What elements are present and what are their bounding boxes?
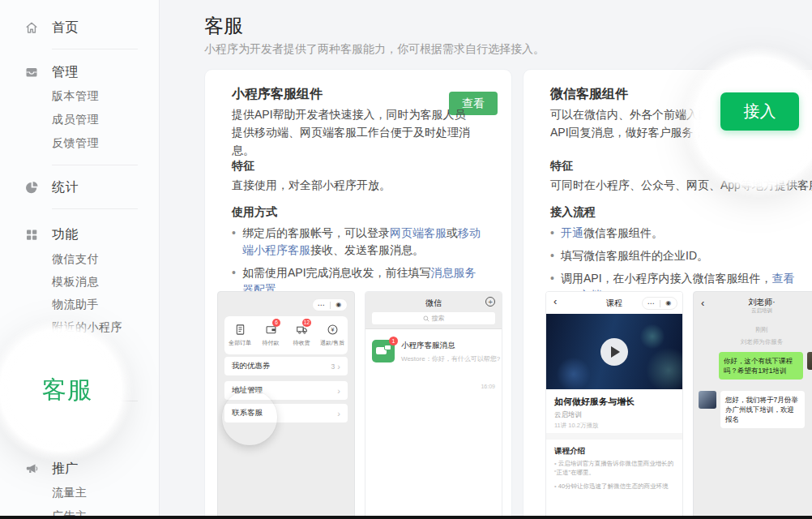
sidebar-item-label: 推广 [52, 461, 79, 478]
sidebar-item-manage[interactable]: 管理 [0, 62, 160, 82]
chevron-right-icon: › [337, 387, 340, 395]
feature-heading: 特征 [550, 159, 573, 174]
usage-text: 如需使用API完成消息收发，前往填写 [242, 266, 431, 279]
course-intro-bullet: 40分钟让你迅速了解微信生态的商业环境 [554, 482, 676, 491]
search-icon [423, 315, 430, 322]
sidebar-item-traffic-owner[interactable]: 流量主 [52, 486, 88, 500]
sidebar-item-member-manage[interactable]: 成员管理 [52, 113, 99, 127]
unread-badge: 1 [389, 337, 398, 345]
flow-item: 填写微信客服组件的企业ID。 [550, 247, 803, 264]
flow-heading: 接入流程 [550, 205, 596, 220]
row-value: 3 [331, 362, 335, 371]
mockup-course-page: ‹ 课程 ⋯ ◉ 如何做好服务与增长 云启培训 11讲 10.2万播放 课程介绍… [545, 291, 683, 519]
card-miniprogram-service: 小程序客服组件 查看 提供API帮助开发者快速接入，同时为客服人员提供移动端、网… [204, 69, 512, 519]
sidebar-item-template-message[interactable]: 模板消息 [52, 275, 99, 290]
chat-preview: Westore：你好，有什么可以帮您? [401, 354, 500, 363]
card-description: 提供API帮助开发者快速接入，同时为客服人员提供移动端、网页端客服工作台便于及时… [232, 105, 477, 159]
time-label: 刚刚 [694, 326, 812, 334]
capsule-buttons: ⋯ ◉ [642, 297, 677, 310]
sidebar-item-label: 功能 [52, 226, 79, 243]
message-bubble: 你好，这个有线下课程吗？希望有1对1培训 [719, 352, 803, 380]
sidebar-item-features[interactable]: 功能 [0, 225, 160, 244]
sidebar-divider [52, 208, 138, 209]
card-title: 小程序客服组件 [232, 86, 323, 103]
grid-icon [24, 227, 39, 242]
video-title: 如何做好服务与增长 [554, 396, 635, 408]
feature-text: 直接使用，对全部小程序开放。 [232, 178, 391, 193]
user-avatar [807, 352, 812, 370]
screenshot-row: ⋯ ◉ 全部订单 6 待付款 12 [217, 291, 502, 519]
search-placeholder: 搜索 [432, 314, 445, 323]
video-provider: 云启培训 [554, 410, 582, 420]
menu-label: 待收货 [293, 339, 310, 347]
sidebar-item-version-manage[interactable]: 版本管理 [52, 89, 99, 104]
order-menu: 全部订单 6 待付款 12 待收货 ¥ 退款/售后 [224, 316, 348, 354]
usage-text: 接收、发送客服消息。 [310, 243, 424, 256]
chat-time: 16:09 [481, 384, 495, 389]
sidebar-item-label: 首页 [52, 19, 79, 36]
chat-texts: 小程序客服消息 Westore：你好，有什么可以帮您? [401, 340, 500, 362]
page-subtitle: 小程序为开发者提供了两种客服能力，你可根据需求自行选择接入。 [204, 42, 545, 57]
menu-to-receive: 12 待收货 [286, 316, 317, 354]
row-label: 地址管理 [232, 385, 263, 396]
agent-name: 刘老师· [694, 297, 812, 308]
sidebar-divider [52, 165, 138, 165]
badge: 6 [272, 319, 280, 327]
sidebar-divider [52, 49, 138, 49]
row-contact-service: 联系客服 › [224, 404, 348, 422]
chat-bubble-shape [384, 345, 391, 350]
inbox-icon [24, 65, 39, 79]
sidebar-item-statistics[interactable]: 统计 [0, 178, 160, 197]
sidebar-item-label: 管理 [52, 64, 79, 81]
chat-name: 小程序客服消息 [401, 341, 500, 351]
open-service-link[interactable]: 开通 [561, 226, 583, 239]
chevron-right-icon: › [337, 362, 340, 371]
sidebar-item-promotion[interactable]: 推广 [0, 459, 160, 478]
row-label: 联系客服 [232, 408, 263, 418]
sidebar-customer-service-highlight[interactable]: 客服 [29, 374, 92, 407]
sidebar-item-feedback-manage[interactable]: 反馈管理 [52, 136, 99, 151]
sidebar-item-home[interactable]: 首页 [0, 18, 160, 37]
search-bar: 搜索 [372, 312, 495, 324]
message-incoming: 您好，我们将于7月份举办广州线下培训，欢迎报名 [699, 391, 812, 428]
mockup-service-chat: ‹ 刘老师· 云启培训 ⋯ 刚刚 刘老师为你服务 你好，这个有线下课程吗？希望有… [693, 291, 812, 519]
sidebar-item-logistics[interactable]: 物流助手 [52, 298, 99, 312]
service-chat-icon: 1 [372, 340, 395, 362]
play-icon [600, 338, 628, 366]
agent-avatar [699, 391, 716, 409]
capsule-buttons: ⋯ ◉ [312, 298, 348, 311]
row-label: 我的优惠券 [232, 361, 271, 371]
message-bubble: 您好，我们将于7月份举办广州线下培训，欢迎报名 [720, 391, 805, 428]
course-intro-heading: 课程介绍 [554, 446, 585, 457]
course-navbar: ‹ 课程 ⋯ ◉ [546, 292, 682, 314]
video-meta: 11讲 10.2万播放 [554, 422, 598, 430]
home-icon [24, 20, 39, 35]
row-coupons: 我的优惠券 3› [224, 357, 348, 375]
course-intro-bullet: 云启培训官方直播告诉你微信里商业增长的“正道”在哪里。 [554, 459, 676, 477]
web-service-link[interactable]: 网页端客服 [390, 226, 447, 239]
bottom-edge-bar [0, 516, 812, 519]
usage-text: 或 [447, 226, 458, 239]
chevron-right-icon: › [337, 410, 340, 418]
wechat-header: 微信 ＋ 搜索 [365, 292, 502, 329]
pie-chart-icon [24, 180, 39, 195]
mockup-wechat-chatlist: 微信 ＋ 搜索 1 小程序客服消息 Westore：你好，有 [365, 291, 502, 519]
menu-to-pay: 6 待付款 [255, 316, 286, 354]
agent-org: 云启培训 [694, 307, 812, 315]
connect-button[interactable]: 接入 [720, 92, 799, 131]
more-icon: ⋯ [643, 298, 660, 309]
receipt-icon [234, 324, 246, 336]
sidebar-item-label: 统计 [52, 179, 79, 196]
card-title: 微信客服组件 [550, 86, 628, 103]
menu-label: 退款/售后 [320, 339, 344, 347]
menu-label: 全部订单 [229, 339, 251, 347]
page-title: 客服 [204, 13, 243, 39]
sidebar-item-wechat-pay[interactable]: 微信支付 [52, 252, 99, 267]
svg-text:¥: ¥ [331, 327, 334, 332]
menu-refund: ¥ 退款/售后 [317, 316, 348, 354]
message-outgoing: 你好，这个有线下课程吗？希望有1对1培训 [699, 352, 812, 380]
app-window: 首页 管理 版本管理 成员管理 反馈管理 统计 功能 微信支付 模板消息 [0, 0, 812, 519]
usage-heading: 使用方式 [232, 205, 277, 220]
menu-all-orders: 全部订单 [224, 316, 255, 354]
plus-icon: ＋ [485, 297, 495, 307]
